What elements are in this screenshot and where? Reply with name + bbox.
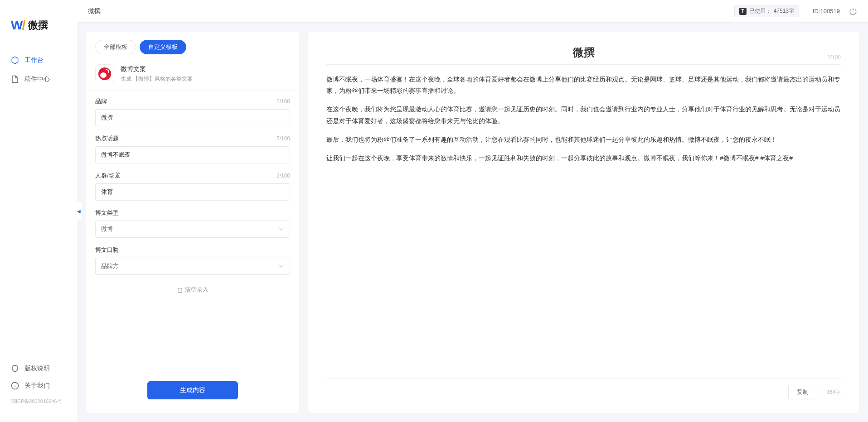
icp-text: 鄂ICP备2022016946号 xyxy=(0,394,77,408)
label-scene: 人群/场景 xyxy=(95,172,121,180)
weibo-icon xyxy=(98,67,111,80)
clear-label: 清空录入 xyxy=(185,286,209,294)
clear-button[interactable]: 清空录入 xyxy=(95,283,290,297)
copy-button[interactable]: 复制 xyxy=(788,385,817,399)
form-panel: 全部模板 自定义模板 微博文案 生成 【微博】风格的各类文案 品牌 xyxy=(86,32,299,413)
sidebar-item-drafts[interactable]: 稿件中心 xyxy=(0,70,77,89)
template-desc: 生成 【微博】风格的各类文案 xyxy=(121,75,193,83)
count-scene: 2/100 xyxy=(276,173,290,179)
tab-all-templates[interactable]: 全部模板 xyxy=(95,40,136,54)
power-icon xyxy=(849,7,857,15)
word-count: 364字 xyxy=(826,388,841,396)
count-topic: 5/100 xyxy=(276,135,290,142)
brand-input[interactable] xyxy=(95,109,290,126)
output-paragraph: 微博不眠夜，一场体育盛宴！在这个夜晚，全球各地的体育爱好者都会在微博上分享他们的… xyxy=(326,74,841,96)
usage-label: 已使用： xyxy=(749,7,771,15)
nav: 工作台 稿件中心 xyxy=(0,46,77,355)
shield-icon xyxy=(11,364,19,373)
template-tabs: 全部模板 自定义模板 xyxy=(86,32,299,60)
form-group-tone: 博文口吻 品牌方 xyxy=(95,246,290,275)
sidebar-item-label: 稿件中心 xyxy=(24,75,50,83)
output-header: 微撰 2/100 xyxy=(326,45,841,65)
page-title: 微撰 xyxy=(88,7,734,15)
form-footer: 生成内容 xyxy=(86,374,299,413)
chevron-down-icon xyxy=(278,226,284,232)
form-group-brand: 品牌 2/100 xyxy=(95,97,290,126)
type-select-value: 微博 xyxy=(101,225,113,233)
sidebar-footer: 版权说明 关于我们 鄂ICP备2022016946号 xyxy=(0,355,77,413)
sidebar-item-workbench[interactable]: 工作台 xyxy=(0,51,77,70)
sidebar-item-copyright[interactable]: 版权说明 xyxy=(0,360,77,377)
output-title-count: 2/100 xyxy=(827,54,841,61)
template-meta: 微博文案 生成 【微博】风格的各类文案 xyxy=(121,65,193,83)
form-group-type: 博文类型 微博 xyxy=(95,209,290,238)
output-paragraph: 让我们一起在这个夜晚，享受体育带来的激情和快乐，一起见证胜利和失败的时刻，一起分… xyxy=(326,153,841,164)
topic-input[interactable] xyxy=(95,146,290,163)
text-icon: T xyxy=(739,8,747,15)
logo-text: 微撰 xyxy=(28,19,48,32)
chevron-down-icon xyxy=(278,263,284,269)
cube-icon xyxy=(11,56,19,64)
template-title: 微博文案 xyxy=(121,65,193,73)
output-title: 微撰 xyxy=(326,45,841,60)
generate-button[interactable]: 生成内容 xyxy=(147,381,238,399)
trash-icon xyxy=(177,287,183,293)
usage-badge[interactable]: T 已使用： 47513字 xyxy=(734,5,799,17)
template-header: 微博文案 生成 【微博】风格的各类文案 xyxy=(86,60,299,91)
count-brand: 2/100 xyxy=(276,98,290,105)
main: 微撰 T 已使用： 47513字 ID:100519 全部模板 自定义模板 xyxy=(77,0,868,422)
logo: W/ 微撰 xyxy=(0,9,77,46)
sidebar-item-label: 工作台 xyxy=(24,56,44,64)
output-paragraph: 在这个夜晚，我们将为您呈现最激动人心的体育比赛，邀请您一起见证历史的时刻。同时，… xyxy=(326,104,841,126)
label-tone: 博文口吻 xyxy=(95,246,119,254)
tone-select[interactable]: 品牌方 xyxy=(95,258,290,275)
label-type: 博文类型 xyxy=(95,209,119,217)
sidebar: W/ 微撰 工作台 稿件中心 版权说明 关于我们 鄂ICP备2022016946… xyxy=(0,0,77,422)
content: 全部模板 自定义模板 微博文案 生成 【微博】风格的各类文案 品牌 xyxy=(77,23,868,422)
output-body: 微博不眠夜，一场体育盛宴！在这个夜晚，全球各地的体育爱好者都会在微博上分享他们的… xyxy=(326,65,841,180)
type-select[interactable]: 微博 xyxy=(95,221,290,238)
info-icon xyxy=(11,382,19,390)
output-panel: 微撰 2/100 微博不眠夜，一场体育盛宴！在这个夜晚，全球各地的体育爱好者都会… xyxy=(308,32,859,413)
label-topic: 热点话题 xyxy=(95,134,119,143)
sidebar-item-label: 版权说明 xyxy=(24,364,50,373)
sidebar-item-about[interactable]: 关于我们 xyxy=(0,377,77,394)
sidebar-collapse-handle[interactable]: ◀ xyxy=(76,202,82,220)
tone-select-value: 品牌方 xyxy=(101,262,119,270)
logo-icon: W/ xyxy=(11,18,24,33)
usage-value: 47513字 xyxy=(774,7,794,15)
form: 品牌 2/100 热点话题 5/100 人群 xyxy=(86,91,299,374)
form-group-scene: 人群/场景 2/100 xyxy=(95,172,290,201)
label-brand: 品牌 xyxy=(95,97,107,106)
output-paragraph: 最后，我们也将为粉丝们准备了一系列有趣的互动活动，让您在观看比赛的同时，也能和其… xyxy=(326,134,841,145)
template-icon xyxy=(95,64,114,83)
form-group-topic: 热点话题 5/100 xyxy=(95,134,290,163)
power-button[interactable] xyxy=(849,7,857,15)
sidebar-item-label: 关于我们 xyxy=(24,382,50,390)
scene-input[interactable] xyxy=(95,183,290,201)
tab-custom-templates[interactable]: 自定义模板 xyxy=(140,40,186,54)
user-id: ID:100519 xyxy=(813,8,840,14)
topbar: 微撰 T 已使用： 47513字 ID:100519 xyxy=(77,0,868,23)
doc-icon xyxy=(11,75,19,83)
output-footer: 复制 364字 xyxy=(326,378,841,399)
